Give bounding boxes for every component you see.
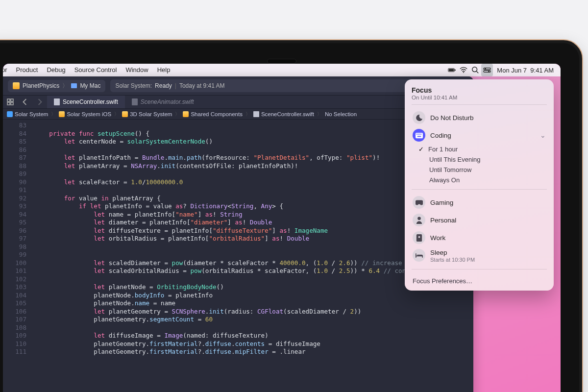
menu-source-control[interactable]: Source Control — [70, 64, 122, 76]
scheme-separator: 〉 — [62, 82, 68, 90]
jump-icon — [183, 111, 189, 117]
focus-title: Focus — [412, 86, 547, 94]
tab-label: SceneController.swift — [63, 98, 118, 105]
sleep-subtitle: Starts at 10:30 PM — [430, 257, 475, 263]
svg-rect-1 — [449, 69, 454, 71]
menubar: prProductDebugSource ControlWindowHelp M… — [3, 64, 561, 76]
desktop: prProductDebugSource ControlWindowHelp M… — [3, 64, 561, 392]
jump-icon — [59, 111, 65, 117]
svg-rect-16 — [417, 133, 418, 134]
jump-segment[interactable]: Shared Components — [191, 111, 242, 117]
menu-window[interactable]: Window — [121, 64, 152, 76]
control-center-icon[interactable] — [481, 64, 493, 76]
svg-point-7 — [485, 68, 486, 70]
svg-point-3 — [463, 72, 464, 73]
battery-icon[interactable] — [446, 64, 458, 76]
svg-rect-13 — [11, 102, 13, 105]
editor-tabs: SceneController.swift SceneAnimator.swif… — [3, 95, 473, 109]
tab-sceneanimator[interactable]: SceneAnimator.swift — [125, 96, 201, 108]
svg-rect-15 — [416, 133, 417, 134]
svg-rect-17 — [419, 133, 420, 134]
focus-mode-work[interactable]: Work — [412, 229, 547, 246]
menu-debug[interactable]: Debug — [42, 64, 70, 76]
nav-forward-button[interactable] — [32, 96, 47, 108]
mac-icon — [71, 83, 77, 88]
svg-rect-12 — [7, 102, 10, 105]
svg-rect-11 — [11, 99, 13, 101]
menu-product[interactable]: Product — [12, 64, 43, 76]
spotlight-icon[interactable] — [469, 64, 481, 76]
tab-label: SceneAnimator.swift — [141, 98, 194, 105]
menu-help[interactable]: Help — [153, 64, 175, 76]
svg-rect-10 — [7, 99, 10, 101]
focus-duration-1h[interactable]: ✓For 1 hour — [412, 144, 547, 154]
badge-icon — [413, 231, 425, 244]
focus-duration-evening[interactable]: Until This Evening — [412, 154, 547, 165]
focus-mode-gaming[interactable]: Gaming — [412, 194, 547, 211]
jump-segment[interactable]: Solar System iOS — [67, 111, 111, 117]
svg-point-9 — [489, 71, 490, 72]
check-icon: ✓ — [417, 146, 424, 153]
status-prefix: Solar System: — [115, 82, 152, 89]
jump-segment[interactable]: SceneController.swift — [261, 111, 314, 117]
menubar-date[interactable]: Mon Jun 7 9:41 AM — [493, 67, 558, 74]
focus-duration-always[interactable]: Always On — [412, 175, 547, 185]
focus-preferences-link[interactable]: Focus Preferences… — [412, 273, 547, 287]
svg-rect-14 — [416, 132, 423, 138]
jump-bar[interactable]: Solar System〉Solar System iOS〉3D Solar S… — [3, 109, 473, 120]
svg-rect-18 — [420, 133, 421, 134]
controller-icon — [413, 196, 425, 209]
keyboard-icon — [413, 129, 425, 142]
focus-duration-tomorrow[interactable]: Until Tomorrow — [412, 165, 547, 175]
svg-rect-6 — [484, 68, 490, 70]
related-items-button[interactable] — [3, 96, 18, 108]
focus-panel: Focus On Until 10:41 AM Do Not Disturb C… — [405, 79, 554, 291]
focus-mode-coding[interactable]: Coding ⌄ — [412, 126, 547, 144]
xcode-window: PlanetPhysics 〉 My Mac Solar System: Rea… — [3, 76, 473, 392]
person-icon — [413, 214, 425, 226]
jump-segment[interactable]: Solar System — [15, 111, 48, 117]
scheme-target: My Mac — [80, 82, 100, 89]
jump-icon — [122, 111, 128, 117]
scheme-project: PlanetPhysics — [23, 82, 59, 89]
scheme-selector[interactable]: PlanetPhysics 〉 My Mac — [8, 80, 105, 92]
focus-mode-personal[interactable]: Personal — [412, 211, 547, 229]
svg-rect-19 — [417, 136, 421, 137]
laptop-frame: prProductDebugSource ControlWindowHelp M… — [0, 39, 583, 392]
xcode-toolbar: PlanetPhysics 〉 My Mac Solar System: Rea… — [3, 76, 473, 95]
jump-icon — [7, 111, 13, 117]
bed-icon — [413, 249, 425, 262]
swift-file-icon — [132, 98, 138, 105]
svg-rect-2 — [455, 70, 455, 71]
svg-point-20 — [417, 217, 421, 220]
svg-line-5 — [477, 72, 479, 74]
jump-segment[interactable]: No Selection — [325, 111, 357, 117]
focus-subtitle: On Until 10:41 AM — [412, 95, 547, 100]
nav-back-button[interactable] — [18, 96, 32, 108]
swift-file-icon — [54, 98, 60, 105]
camera-notch — [267, 59, 296, 64]
project-icon — [13, 82, 20, 89]
line-gutter: 8384858687888990919293949596979899100101… — [3, 120, 31, 392]
status-time: Today at 9:41 AM — [179, 82, 225, 89]
status-word: Ready — [155, 82, 172, 89]
menu-pr[interactable]: pr — [3, 64, 12, 76]
svg-point-4 — [472, 67, 477, 72]
wifi-icon[interactable] — [458, 64, 469, 76]
code-editor[interactable]: 8384858687888990919293949596979899100101… — [3, 120, 473, 392]
svg-point-22 — [418, 236, 420, 238]
chevron-down-icon: ⌄ — [540, 131, 546, 139]
moon-icon — [413, 111, 425, 124]
focus-mode-sleep[interactable]: Sleep Starts at 10:30 PM — [412, 246, 547, 265]
tab-scenecontroller[interactable]: SceneController.swift — [47, 96, 125, 108]
jump-segment[interactable]: 3D Solar System — [130, 111, 172, 117]
svg-rect-8 — [484, 71, 490, 73]
jump-icon — [253, 111, 259, 117]
focus-mode-dnd[interactable]: Do Not Disturb — [412, 109, 547, 126]
